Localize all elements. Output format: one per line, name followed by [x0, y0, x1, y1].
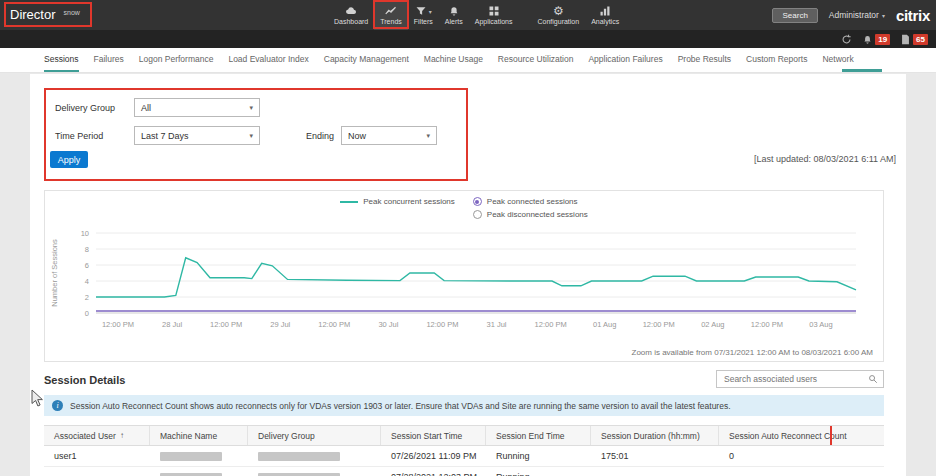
tab-probe-results[interactable]: Probe Results	[678, 48, 731, 72]
nav-item-alerts[interactable]: Alerts	[439, 0, 469, 30]
nav-label-trends: Trends	[380, 18, 402, 25]
tab-application-failures[interactable]: Application Failures	[588, 48, 662, 72]
nav-item-dashboard[interactable]: Dashboard	[328, 0, 374, 30]
tab-logon-performance[interactable]: Logon Performance	[139, 48, 214, 72]
svg-text:12:00 PM: 12:00 PM	[535, 320, 567, 329]
ending-label: Ending	[306, 131, 334, 141]
applications-icon	[488, 5, 500, 17]
dashboard-icon	[345, 5, 357, 17]
notification-bar: 19 65	[0, 30, 936, 48]
legend-label-concurrent: Peak concurrent sessions	[363, 197, 455, 206]
sort-ascending-icon: ↑	[120, 431, 124, 440]
time-period-value: Last 7 Days	[141, 131, 189, 141]
nav-label-applications: Applications	[475, 18, 513, 25]
cell-associated-user: user1	[44, 446, 150, 466]
delivery-group-select[interactable]: All ▾	[134, 98, 260, 117]
svg-text:31 Jul: 31 Jul	[487, 320, 507, 329]
radio-unselected-icon[interactable]	[473, 210, 482, 219]
chevron-down-icon: ▾	[882, 12, 885, 19]
nav-item-analytics[interactable]: Analytics	[585, 0, 625, 30]
cell-session-start-time: 07/28/2021 12:03 PM	[381, 467, 486, 476]
top-navigation-bar: Director snow Dashboard Trends ▾ Filters…	[0, 0, 936, 30]
associated-users-search[interactable]	[716, 370, 884, 388]
svg-text:30 Jul: 30 Jul	[378, 320, 398, 329]
director-logo-wrap[interactable]: Director snow	[4, 2, 92, 27]
sessions-chart-svg[interactable]: 024681012:00 PM28 Jul12:00 PM29 Jul12:00…	[45, 223, 883, 349]
search-button[interactable]: Search	[772, 8, 817, 23]
ending-value: Now	[348, 131, 366, 141]
nav-item-filters[interactable]: ▾ Filters	[408, 0, 439, 30]
tab-capacity-management[interactable]: Capacity Management	[324, 48, 409, 72]
table-row[interactable]: user1 07/26/2021 11:09 PM Running 175:01…	[44, 446, 884, 467]
legend-item-disconnected: Peak disconnected sessions	[473, 210, 588, 219]
svg-text:4: 4	[85, 277, 89, 286]
column-header-associated-user[interactable]: Associated User ↑	[44, 426, 150, 445]
tab-custom-reports[interactable]: Custom Reports	[746, 48, 807, 72]
legend-item-concurrent: Peak concurrent sessions	[340, 197, 455, 206]
main-nav: Dashboard Trends ▾ Filters Alerts Applic…	[328, 0, 625, 30]
ending-select[interactable]: Now ▾	[341, 126, 437, 145]
svg-text:8: 8	[85, 245, 89, 254]
time-period-select[interactable]: Last 7 Days ▾	[134, 126, 260, 145]
legend-item-connected: Peak connected sessions	[473, 197, 588, 206]
column-header-session-auto-reconnect-count[interactable]: Session Auto Reconnect Count	[719, 426, 884, 445]
chevron-down-icon: ▾	[249, 132, 253, 140]
apply-button[interactable]: Apply	[50, 151, 88, 168]
notification-cluster: 19 65	[841, 30, 928, 48]
refresh-icon[interactable]	[841, 34, 852, 45]
content-area: Delivery Group All ▾ Time Period Last 7 …	[30, 74, 906, 476]
topbar-right-cluster: Search Administrator ▾ citrix	[772, 0, 930, 30]
column-header-delivery-group[interactable]: Delivery Group	[248, 426, 381, 445]
filters-icon: ▾	[415, 5, 432, 17]
svg-text:10: 10	[81, 229, 89, 238]
delivery-group-label: Delivery Group	[55, 103, 115, 113]
info-icon: i	[52, 400, 63, 411]
column-header-machine-name[interactable]: Machine Name	[150, 426, 248, 445]
column-header-session-start-time[interactable]: Session Start Time	[381, 426, 486, 445]
legend-line-swatch	[340, 201, 358, 203]
warnings-counter[interactable]: 65	[900, 34, 928, 45]
nav-label-configuration: Configuration	[538, 18, 580, 25]
document-icon	[900, 34, 911, 45]
svg-text:03 Aug: 03 Aug	[809, 320, 832, 329]
chevron-down-icon: ▾	[429, 8, 432, 15]
table-row[interactable]: 07/28/2021 12:03 PM Running	[44, 467, 884, 476]
alerts-counter[interactable]: 19	[862, 34, 890, 45]
svg-text:12:00 PM: 12:00 PM	[751, 320, 783, 329]
table-header-row: Associated User ↑ Machine Name Delivery …	[44, 425, 884, 446]
tab-resource-utilization[interactable]: Resource Utilization	[498, 48, 574, 72]
search-icon[interactable]	[868, 374, 878, 384]
sessions-chart-card: Peak concurrent sessions Peak connected …	[44, 190, 884, 362]
reconnect-info-banner: i Session Auto Reconnect Count shows aut…	[44, 395, 884, 416]
citrix-logo: citrix	[896, 7, 930, 24]
tab-load-evaluator-index[interactable]: Load Evaluator Index	[228, 48, 308, 72]
redacted-value	[160, 473, 222, 476]
search-input[interactable]	[722, 373, 864, 385]
cell-machine-name	[150, 446, 248, 466]
last-updated-text: [Last updated: 08/03/2021 6:11 AM]	[754, 154, 896, 164]
alerts-icon	[448, 5, 460, 17]
tab-machine-usage[interactable]: Machine Usage	[424, 48, 483, 72]
column-header-session-end-time[interactable]: Session End Time	[486, 426, 591, 445]
cell-session-auto-reconnect-count: 0	[719, 446, 884, 466]
cell-delivery-group	[248, 446, 381, 466]
cell-session-end-time: Running	[486, 467, 591, 476]
radio-selected-icon[interactable]	[473, 197, 482, 206]
svg-text:01 Aug: 01 Aug	[593, 320, 616, 329]
svg-text:6: 6	[85, 261, 89, 270]
director-logo: Director	[10, 7, 56, 22]
nav-item-trends[interactable]: Trends	[374, 0, 408, 30]
cell-machine-name	[150, 467, 248, 476]
tab-sessions[interactable]: Sessions	[44, 48, 79, 72]
site-name: snow	[64, 9, 80, 16]
user-menu[interactable]: Administrator ▾	[829, 10, 885, 20]
nav-item-configuration[interactable]: ⚙ Configuration	[532, 0, 586, 30]
analytics-icon	[599, 5, 611, 17]
reconnect-info-text: Session Auto Reconnect Count shows auto …	[70, 401, 731, 411]
cell-session-duration: 175:01	[591, 446, 719, 466]
tab-failures[interactable]: Failures	[94, 48, 124, 72]
column-header-session-duration[interactable]: Session Duration (hh:mm)	[591, 426, 719, 445]
bell-icon	[862, 34, 873, 45]
nav-item-applications[interactable]: Applications	[469, 0, 519, 30]
nav-label-analytics: Analytics	[591, 18, 619, 25]
